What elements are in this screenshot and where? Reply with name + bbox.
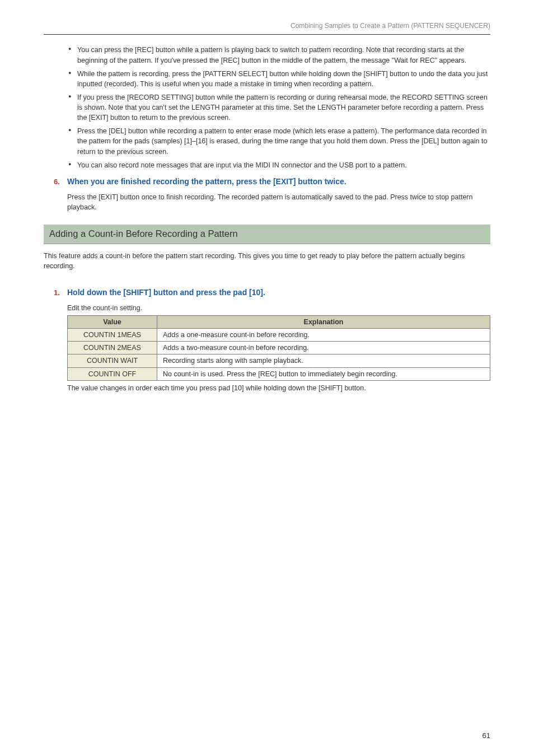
table-lead-text: Edit the count-in setting. xyxy=(67,303,490,313)
bullet-list: You can press the [REC] button while a p… xyxy=(44,45,490,170)
cell-value: COUNTIN 2MEAS xyxy=(68,342,157,354)
header-rule xyxy=(44,34,490,35)
table-row: COUNTIN OFF No count-in is used. Press t… xyxy=(68,367,490,380)
list-item: You can press the [REC] button while a p… xyxy=(68,45,490,65)
breadcrumb: Combining Samples to Create a Pattern (P… xyxy=(44,21,490,31)
table-header-row: Value Explanation xyxy=(68,316,490,329)
cell-explanation: No count-in is used. Press the [REC] but… xyxy=(157,367,490,380)
countin-table: Value Explanation COUNTIN 1MEAS Adds a o… xyxy=(67,315,490,381)
cell-value: COUNTIN WAIT xyxy=(68,354,157,367)
col-header-value: Value xyxy=(68,316,157,329)
list-item: While the pattern is recording, press th… xyxy=(68,69,490,89)
table-row: COUNTIN WAIT Recording starts along with… xyxy=(68,354,490,367)
table-row: COUNTIN 2MEAS Adds a two-measure count-i… xyxy=(68,342,490,354)
list-item: Press the [DEL] button while recording a… xyxy=(68,126,490,156)
step-number: 1. xyxy=(54,288,67,298)
section-heading: Adding a Count-in Before Recording a Pat… xyxy=(44,225,490,244)
step-title: When you are finished recording the patt… xyxy=(67,176,346,187)
cell-value: COUNTIN 1MEAS xyxy=(68,329,157,342)
table-row: COUNTIN 1MEAS Adds a one-measure count-i… xyxy=(68,329,490,342)
step-1: 1. Hold down the [SHIFT] button and pres… xyxy=(54,287,490,298)
step-description: Press the [EXIT] button once to finish r… xyxy=(67,192,490,212)
step-6: 6. When you are finished recording the p… xyxy=(54,176,490,188)
step-number: 6. xyxy=(54,177,67,188)
cell-explanation: Adds a two-measure count-in before recor… xyxy=(157,342,490,354)
list-item: You can also record note messages that a… xyxy=(68,160,490,170)
cell-explanation: Adds a one-measure count-in before recor… xyxy=(157,329,490,342)
section-intro: This feature adds a count-in before the … xyxy=(44,251,490,271)
col-header-explanation: Explanation xyxy=(157,316,490,329)
cell-value: COUNTIN OFF xyxy=(68,367,157,380)
page-number: 61 xyxy=(483,731,490,741)
step-title: Hold down the [SHIFT] button and press t… xyxy=(67,287,265,298)
list-item: If you press the [RECORD SETTING] button… xyxy=(68,92,490,123)
table-tail-text: The value changes in order each time you… xyxy=(67,383,490,393)
cell-explanation: Recording starts along with sample playb… xyxy=(157,354,490,367)
